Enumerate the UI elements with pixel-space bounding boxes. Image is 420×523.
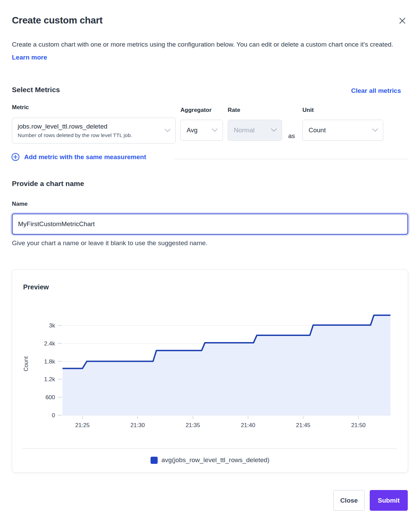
svg-text:1.2k: 1.2k <box>44 376 55 383</box>
page-title: Create custom chart <box>12 15 103 26</box>
metric-select-value: jobs.row_level_ttl.rows_deleted <box>18 123 107 130</box>
unit-label: Unit <box>302 107 314 114</box>
metric-select-description: Number of rows deleted by the row level … <box>18 132 132 138</box>
submit-button[interactable]: Submit <box>370 490 408 511</box>
unit-select-value: Count <box>309 126 326 134</box>
as-label: as <box>288 132 295 140</box>
svg-text:3k: 3k <box>49 322 55 329</box>
description-text: Create a custom chart with one or more m… <box>12 41 393 48</box>
svg-text:2.4k: 2.4k <box>44 340 55 347</box>
rate-label: Rate <box>228 107 240 114</box>
name-label: Name <box>12 201 28 207</box>
select-metrics-heading: Select Metrics <box>12 86 60 94</box>
aggregator-select-value: Avg <box>187 126 197 134</box>
legend-label: avg(jobs_row_level_ttl_rows_deleted) <box>161 456 269 464</box>
aggregator-label: Aggregator <box>180 107 212 114</box>
add-metric-label: Add metric with the same measurement <box>24 153 146 161</box>
preview-card: Preview 06001.2k1.8k2.4k3k21:2521:3021:3… <box>12 269 408 473</box>
chevron-down-icon <box>212 129 218 132</box>
chart-name-heading: Provide a chart name <box>12 180 84 188</box>
add-metric-button[interactable]: Add metric with the same measurement <box>11 153 146 161</box>
unit-select[interactable]: Count <box>302 120 383 141</box>
divider <box>23 449 397 449</box>
svg-text:0: 0 <box>52 412 55 419</box>
chart-legend: avg(jobs_row_level_ttl_rows_deleted) <box>12 455 408 466</box>
rate-select-value: Normal <box>234 126 255 134</box>
chart-name-input[interactable] <box>12 214 408 235</box>
preview-heading: Preview <box>23 283 49 291</box>
chevron-down-icon <box>271 129 277 132</box>
legend-swatch <box>151 457 158 464</box>
learn-more-link[interactable]: Learn more <box>12 54 47 61</box>
svg-text:1.8k: 1.8k <box>44 358 55 365</box>
svg-text:600: 600 <box>46 394 55 401</box>
svg-text:21:25: 21:25 <box>75 422 90 428</box>
modal-description: Create a custom chart with one or more m… <box>12 38 403 64</box>
divider <box>174 159 408 159</box>
close-button[interactable]: Close <box>333 490 365 511</box>
plus-circle-icon <box>11 153 20 161</box>
rate-select: Normal <box>228 120 282 141</box>
svg-text:21:40: 21:40 <box>241 422 256 428</box>
preview-chart: 06001.2k1.8k2.4k3k21:2521:3021:3521:4021… <box>12 299 408 432</box>
metric-label: Metric <box>12 104 29 111</box>
chevron-down-icon <box>372 129 378 132</box>
svg-text:21:35: 21:35 <box>186 422 200 428</box>
chevron-down-icon <box>164 129 171 133</box>
svg-text:21:50: 21:50 <box>351 422 366 428</box>
create-custom-chart-modal: Create custom chart Create a custom char… <box>0 0 420 523</box>
svg-text:21:45: 21:45 <box>296 422 311 428</box>
aggregator-select[interactable]: Avg <box>180 120 223 141</box>
metric-select[interactable]: jobs.row_level_ttl.rows_deleted Number o… <box>12 118 176 144</box>
svg-text:21:30: 21:30 <box>130 422 145 428</box>
modal-close-button[interactable] <box>395 14 410 29</box>
x-icon <box>398 17 406 25</box>
name-helper-text: Give your chart a name or leave it blank… <box>12 239 208 247</box>
clear-all-metrics-link[interactable]: Clear all metrics <box>351 87 401 95</box>
svg-text:Count: Count <box>23 356 29 371</box>
